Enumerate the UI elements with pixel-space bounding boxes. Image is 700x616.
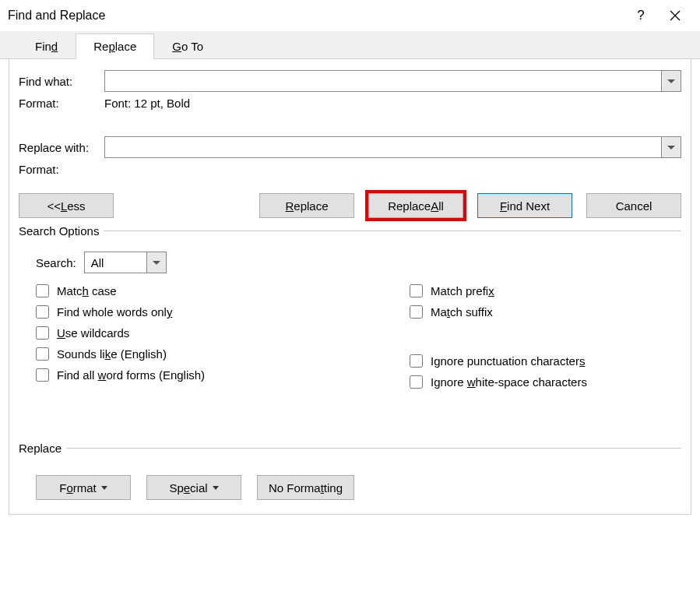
tab-find[interactable]: Find xyxy=(17,33,76,58)
search-direction-select[interactable]: All xyxy=(84,252,167,273)
dialog-title: Find and Replace xyxy=(8,9,624,23)
match-prefix-checkbox[interactable]: Match prefix xyxy=(410,284,587,297)
search-direction-dropdown[interactable] xyxy=(146,252,167,273)
replace-group-legend: Replace xyxy=(19,442,66,455)
caret-down-icon xyxy=(101,486,107,490)
close-icon xyxy=(670,10,681,21)
no-formatting-button[interactable]: No Formatting xyxy=(257,475,354,500)
tab-replace[interactable]: Replace xyxy=(76,33,154,59)
less-button[interactable]: << Less xyxy=(19,193,114,218)
replace-all-button[interactable]: Replace All xyxy=(368,193,463,218)
match-case-checkbox[interactable]: Match case xyxy=(36,284,410,297)
word-forms-checkbox[interactable]: Find all word forms (English) xyxy=(36,368,410,382)
whole-words-checkbox[interactable]: Find whole words only xyxy=(36,305,410,319)
format2-label: Format: xyxy=(19,163,104,176)
format-label: Format: xyxy=(19,97,104,110)
search-direction-label: Search: xyxy=(36,256,76,269)
match-suffix-checkbox[interactable]: Match suffix xyxy=(410,305,587,319)
replace-group: Replace Format Special No Formatting xyxy=(19,442,681,500)
search-options-group: Search Options Search: All Match case Fi… xyxy=(19,224,681,435)
tab-bar: Find Replace Go To xyxy=(0,31,700,59)
search-options-legend: Search Options xyxy=(19,224,104,238)
caret-down-icon xyxy=(213,486,219,490)
sounds-like-checkbox[interactable]: Sounds like (English) xyxy=(36,347,410,361)
find-next-button[interactable]: Find Next xyxy=(477,193,572,218)
wildcards-checkbox[interactable]: Use wildcards xyxy=(36,326,410,340)
chevron-down-icon xyxy=(153,261,160,265)
format-menu-button[interactable]: Format xyxy=(36,475,131,500)
ignore-whitespace-checkbox[interactable]: Ignore white-space characters xyxy=(410,375,587,389)
format-value: Font: 12 pt, Bold xyxy=(104,97,190,110)
find-what-input[interactable] xyxy=(104,70,661,92)
replace-with-combo xyxy=(104,136,681,158)
find-what-dropdown[interactable] xyxy=(661,70,681,92)
special-menu-button[interactable]: Special xyxy=(146,475,241,500)
dialog-panel: Find what: Format: Font: 12 pt, Bold Rep… xyxy=(9,59,691,515)
title-bar: Find and Replace ? xyxy=(0,0,700,31)
chevron-down-icon xyxy=(667,79,675,83)
button-row: << Less Replace Replace All Find Next Ca… xyxy=(19,193,681,218)
close-button[interactable] xyxy=(658,2,692,29)
replace-with-dropdown[interactable] xyxy=(661,136,681,158)
tab-goto[interactable]: Go To xyxy=(154,33,221,58)
replace-with-input[interactable] xyxy=(104,136,661,158)
find-what-combo xyxy=(104,70,681,92)
find-what-label: Find what: xyxy=(19,75,104,88)
cancel-button[interactable]: Cancel xyxy=(586,193,681,218)
replace-with-label: Replace with: xyxy=(19,141,104,154)
replace-button[interactable]: Replace xyxy=(259,193,354,218)
search-direction-value: All xyxy=(84,252,146,273)
ignore-punct-checkbox[interactable]: Ignore punctuation characters xyxy=(410,354,587,368)
help-button[interactable]: ? xyxy=(624,2,658,29)
chevron-down-icon xyxy=(667,146,675,150)
